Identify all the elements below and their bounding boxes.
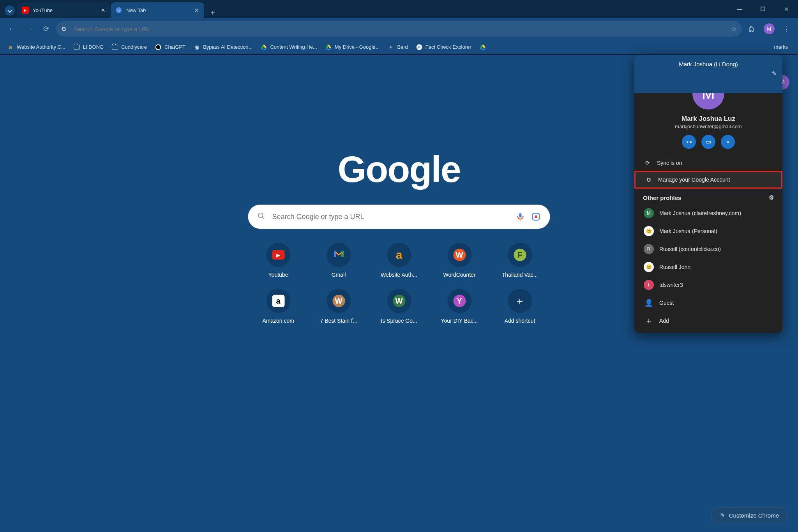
shortcut-label: Is Spruce Go... [381,318,417,324]
bookmark-item[interactable]: ChatGPT [152,42,189,52]
letter-y-icon: Y [453,295,466,307]
close-window-button[interactable]: ✕ [775,0,798,18]
svg-rect-23 [334,251,336,257]
shortcut-amazon[interactable]: a Amazon.com [248,289,309,324]
amazon-icon: a [272,295,284,307]
back-button[interactable]: ← [5,22,19,36]
ntp-search-input[interactable] [272,212,510,221]
chevron-down-icon [8,8,11,13]
bookmark-item[interactable]: ◉ Bypass AI Detection... [190,42,256,52]
profile-identity: M Mark Joshua Luz markjoshuawriter@gmail… [634,93,782,155]
shortcut-wordcounter[interactable]: W WordCounter [429,243,490,278]
svg-text:G: G [418,45,420,49]
profile-quick-actions: ⊶ ▭ ⌖ [682,135,735,149]
reload-button[interactable]: ⟳ [39,22,53,36]
shortcut-thailand[interactable]: F Thailand Vac... [490,243,550,278]
shortcut-diy[interactable]: Y Your DIY Bac... [429,289,490,324]
edit-profile-button[interactable]: ✎ [772,70,777,77]
guest-profile-button[interactable]: 👤 Guest [634,294,782,312]
shortcut-label: Website Auth... [381,272,417,278]
close-icon[interactable]: ✕ [193,7,200,13]
page-content: M Google ▸ Youtube Gmail [0,55,798,532]
letter-f-icon: F [514,249,526,261]
spark-icon: ✦ [387,44,394,51]
bookmark-item[interactable] [476,42,489,52]
shortcut-youtube[interactable]: ▸ Youtube [248,243,309,278]
extensions-button[interactable] [745,22,759,36]
shortcut-label: WordCounter [443,272,475,278]
new-tab-button[interactable]: ＋ [207,7,218,18]
profile-avatar-small: R [644,244,654,254]
profile-menu-panel: Mark Joshua (Li Dong) ✎ M Mark Joshua Lu… [634,55,782,333]
bookmark-item[interactable]: a Website Authority C... [4,42,69,52]
shortcut-label: Your DIY Bac... [441,318,478,324]
ntp-search-bar[interactable] [248,205,550,229]
bookmark-item[interactable]: Content Writing He... [257,42,320,52]
address-input[interactable] [73,25,726,33]
all-bookmarks-button[interactable]: marks [771,42,791,51]
profile-row[interactable]: 😊 Mark Joshua (Personal) [634,222,782,240]
letter-w-icon: W [453,249,466,261]
chrome-menu-button[interactable]: ⋮ [779,22,793,36]
window-titlebar: ▸ YouTube ✕ New Tab ✕ ＋ — ✕ [0,0,798,18]
passwords-button[interactable]: ⊶ [682,135,696,149]
plus-icon: ＋ [515,294,525,308]
profile-row[interactable]: M Mark Joshua (clairefreshney.com) [634,204,782,222]
shortcut-gmail[interactable]: Gmail [309,243,369,278]
omnibox[interactable]: G ☆ [56,21,742,37]
voice-search-icon[interactable] [516,212,525,221]
gear-icon[interactable]: ⚙ [769,194,774,201]
profile-button[interactable]: M [762,22,776,36]
bookmark-label: Fact Check Explorer [425,44,471,50]
chatgpt-icon [155,44,162,51]
youtube-icon: ▸ [22,7,29,14]
avatar-icon: M [764,23,775,34]
payment-button[interactable]: ▭ [701,135,715,149]
shortcut-stain[interactable]: W 7 Best Stain f... [309,289,369,324]
add-shortcut-button[interactable]: ＋ Add shortcut [490,289,550,324]
profile-row[interactable]: R Russell (contentclicks.co) [634,240,782,258]
forward-button[interactable]: → [22,22,36,36]
bookmark-folder[interactable]: Cuddlycare [108,42,150,52]
customize-chrome-button[interactable]: ✎ Customize Chrome [711,507,788,523]
bookmark-star-icon[interactable]: ☆ [731,25,736,33]
search-tabs-button[interactable] [5,5,15,16]
manage-google-account-button[interactable]: G Manage your Google Account [634,171,782,189]
plus-icon: ＋ [644,316,654,326]
add-profile-button[interactable]: ＋ Add [634,312,782,333]
bookmark-item[interactable]: G Fact Check Explorer [413,42,475,52]
maximize-button[interactable] [751,0,775,18]
bookmark-label: marks [774,44,788,50]
current-profile-name: Mark Joshua (Li Dong) [641,61,775,67]
tab-label: New Tab [126,7,189,13]
minimize-button[interactable]: — [728,0,751,18]
bookmark-item[interactable]: My Drive - Google... [322,42,383,52]
google-lens-icon[interactable] [531,212,541,221]
addresses-button[interactable]: ⌖ [721,135,735,149]
svg-point-22 [538,214,538,215]
bookmark-folder[interactable]: LI DONG [70,42,107,52]
bookmark-item[interactable]: ✦ Bard [384,42,411,52]
profile-avatar-small: 😄 [644,262,654,272]
browser-toolbar: ← → ⟳ G ☆ M ⋮ [0,18,798,40]
tab-strip: ▸ YouTube ✕ New Tab ✕ ＋ [2,0,218,18]
bookmark-label: My Drive - Google... [335,44,380,50]
ntp-shortcuts-grid: ▸ Youtube Gmail a Website Auth... W Word… [248,243,550,324]
shortcut-website-auth[interactable]: a Website Auth... [369,243,429,278]
sync-status-row[interactable]: ⟳ Sync is on [634,155,782,171]
drive-icon [325,44,332,51]
shortcut-spruce[interactable]: W Is Spruce Go... [369,289,429,324]
tab-new-tab[interactable]: New Tab ✕ [111,2,204,18]
chrome-icon [115,7,122,14]
svg-point-2 [118,9,120,11]
profile-row[interactable]: 😄 Russell John [634,258,782,276]
profile-row[interactable]: t tdswriter3 [634,276,782,294]
shortcut-label: 7 Best Stain f... [320,318,357,324]
letter-a-icon: a [396,248,403,262]
search-icon [258,212,265,222]
youtube-icon: ▸ [272,250,284,260]
bookmark-label: Content Writing He... [270,44,317,50]
close-icon[interactable]: ✕ [100,7,106,13]
profile-full-name: Mark Joshua Luz [681,115,735,123]
tab-youtube[interactable]: ▸ YouTube ✕ [17,2,111,18]
